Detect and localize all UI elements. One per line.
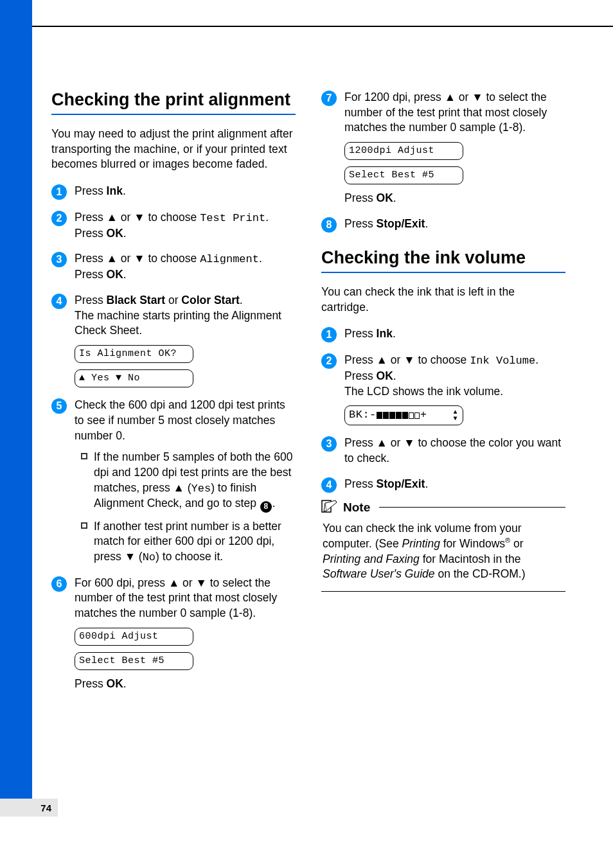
top-rule — [32, 26, 613, 27]
right-column: 7 For 1200 dpi, press ▲ or ▼ to select t… — [321, 90, 565, 692]
note-header: Note — [321, 499, 565, 516]
s5b1-mono: Yes — [191, 483, 211, 495]
v2-post: . — [535, 353, 538, 366]
ink-bar-filled — [389, 412, 395, 419]
step-badge-3: 3 — [51, 252, 67, 267]
step1-key: Ink — [107, 184, 123, 197]
note-i3: Software User's Guide — [323, 567, 435, 580]
heading-ink-volume: Checking the ink volume — [321, 248, 565, 268]
v2-l2-b: OK — [377, 369, 393, 382]
step1-post: . — [123, 184, 126, 197]
vstep-3: 3 Press ▲ or ▼ to choose the color you w… — [321, 436, 565, 466]
note-title: Note — [343, 500, 370, 515]
step-3: 3 Press ▲ or ▼ to choose Alignment. Pres… — [51, 251, 296, 283]
step-8: 8 Press Stop/Exit. — [321, 217, 565, 233]
step2-l2-b: OK — [107, 227, 123, 240]
step-badge-6: 6 — [51, 576, 67, 592]
heading-rule — [51, 114, 296, 115]
note-body: You can check the ink volume from your c… — [321, 517, 565, 592]
s7-ok-pre: Press — [344, 191, 377, 204]
step2-l2-post: . — [123, 227, 127, 240]
step-6: 6 For 600 dpi, press ▲ or ▼ to select th… — [51, 576, 296, 692]
lcd-600dpi: 600dpi Adjust — [75, 628, 193, 646]
note-end: on the CD-ROM.) — [435, 567, 526, 580]
step4-post: . — [240, 294, 243, 306]
step3-pre: Press ▲ or ▼ to choose — [75, 252, 200, 265]
step6-l1: For 600 dpi, press ▲ or ▼ to select the … — [75, 576, 277, 619]
vstep-badge-1: 1 — [321, 327, 337, 342]
step5-bullet-2: If another test print number is a better… — [75, 519, 296, 565]
step4-mid: or — [165, 294, 181, 306]
square-bullet-icon — [81, 453, 87, 459]
note-icon — [321, 499, 338, 516]
lcd-prefix: BK:- — [349, 408, 377, 423]
s8-post: . — [425, 217, 428, 230]
step3-post: . — [259, 252, 262, 265]
lcd-alignment-ok: Is Alignment OK? — [75, 345, 193, 363]
vstep-4: 4 Press Stop/Exit. — [321, 477, 565, 493]
step-7: 7 For 1200 dpi, press ▲ or ▼ to select t… — [321, 90, 565, 206]
step1-pre: Press — [75, 184, 107, 197]
step3-l2-post: . — [123, 268, 127, 281]
step-badge-4: 4 — [51, 294, 67, 309]
left-column: Checking the print alignment You may nee… — [51, 90, 296, 692]
v2-l2-pre: Press — [344, 369, 377, 382]
step-badge-7: 7 — [321, 91, 337, 106]
step2-l2-pre: Press — [75, 227, 107, 240]
step-ref-badge-8: 8 — [260, 501, 272, 513]
lcd-select-best-5-b: Select Best #5 — [344, 166, 463, 184]
step-4: 4 Press Black Start or Color Start. The … — [51, 293, 296, 387]
ink-bar-empty — [409, 412, 414, 419]
step3-mono: Alignment — [200, 253, 259, 265]
lcd-ink-volume: BK:-+ ▲▼ — [344, 405, 463, 425]
step-badge-2: 2 — [51, 211, 67, 226]
note-mid3: for Macintosh in the — [420, 553, 521, 565]
square-bullet-icon — [81, 522, 87, 529]
ink-bar-filled — [383, 412, 389, 419]
step3-l2-b: OK — [107, 268, 123, 281]
step5-l1: Check the 600 dpi and 1200 dpi test prin… — [75, 398, 285, 441]
step7-l1: For 1200 dpi, press ▲ or ▼ to select the… — [344, 91, 547, 134]
vstep-badge-3: 3 — [321, 436, 337, 452]
v4-b: Stop/Exit — [377, 477, 425, 490]
s7-ok-post: . — [393, 191, 396, 204]
v2-pre: Press ▲ or ▼ to choose — [344, 353, 470, 366]
ink-bar-filled — [377, 412, 382, 419]
s8-b: Stop/Exit — [377, 217, 425, 230]
step3-l2-pre: Press — [75, 268, 107, 281]
vstep-badge-2: 2 — [321, 353, 337, 369]
step-1: 1 Press Ink. — [51, 184, 296, 200]
intro-alignment: You may need to adjust the print alignme… — [51, 127, 296, 172]
s6-ok-b: OK — [107, 677, 123, 690]
page-number: 74 — [0, 799, 58, 817]
v2-l3: The LCD shows the ink volume. — [344, 385, 503, 398]
blue-sidebar — [0, 0, 32, 806]
step2-post: . — [265, 211, 269, 224]
note-mid2: or — [510, 537, 523, 550]
s6-ok-pre: Press — [75, 677, 107, 690]
vstep-1: 1 Press Ink. — [321, 326, 565, 342]
updown-icon: ▲▼ — [453, 409, 458, 422]
step4-pre: Press — [75, 294, 107, 306]
step-5: 5 Check the 600 dpi and 1200 dpi test pr… — [51, 398, 296, 565]
note-sup: ® — [505, 536, 510, 544]
s8-pre: Press — [344, 217, 377, 230]
step5-bullet-1: If the number 5 samples of both the 600 … — [75, 450, 296, 512]
s5b2-post: ) to choose it. — [155, 550, 223, 563]
v4-post: . — [425, 477, 428, 490]
v1-post: . — [393, 327, 396, 340]
s6-ok-post: . — [123, 677, 127, 690]
lcd-1200dpi: 1200dpi Adjust — [344, 142, 463, 160]
s5b1-post: . — [272, 497, 276, 509]
note-i2: Printing and Faxing — [323, 553, 420, 565]
intro-ink-volume: You can check the ink that is left in th… — [321, 285, 565, 315]
step4-b1: Black Start — [107, 294, 165, 306]
v1-pre: Press — [344, 327, 377, 340]
step2-mono: Test Print — [200, 212, 265, 224]
s5b2-mono: No — [143, 551, 155, 563]
note-mid1: for Windows — [440, 537, 505, 550]
step-badge-8: 8 — [321, 217, 337, 233]
lcd-yes-no: ▲ Yes ▼ No — [75, 369, 193, 387]
lcd-suffix: + — [420, 408, 427, 423]
v2-mono: Ink Volume — [470, 355, 535, 367]
